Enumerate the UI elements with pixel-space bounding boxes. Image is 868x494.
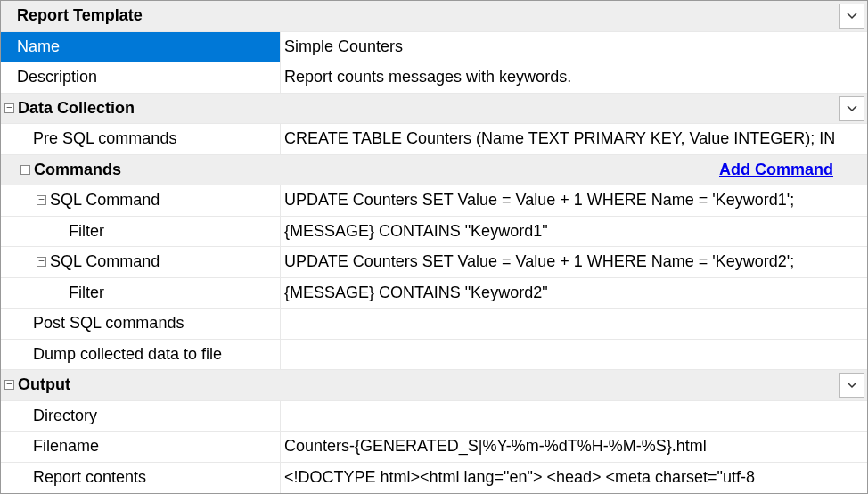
contents-value[interactable]: <!DOCTYPE html><html lang="en"> <head> <… xyxy=(284,468,755,487)
description-label: Description xyxy=(17,68,97,86)
row-filename[interactable]: Filename Counters-{GENERATED_S|%Y-%m-%dT… xyxy=(1,432,867,463)
section-data-collection[interactable]: Data Collection xyxy=(1,94,867,125)
filename-value[interactable]: Counters-{GENERATED_S|%Y-%m-%dT%H-%M-%S}… xyxy=(284,437,707,456)
chevron-down-icon xyxy=(847,382,857,389)
expander-icon[interactable] xyxy=(37,195,46,205)
pre-sql-value[interactable]: CREATE TABLE Counters (Name TEXT PRIMARY… xyxy=(284,129,835,148)
row-report-contents[interactable]: Report contents <!DOCTYPE html><html lan… xyxy=(1,463,867,494)
name-label: Name xyxy=(17,37,60,56)
sql-command-label: SQL Command xyxy=(50,252,160,271)
row-pre-sql[interactable]: Pre SQL commands CREATE TABLE Counters (… xyxy=(1,124,867,155)
chevron-down-icon xyxy=(847,105,857,112)
commands-heading: Commands xyxy=(34,161,121,179)
add-command-link[interactable]: Add Command xyxy=(719,161,864,179)
row-post-sql[interactable]: Post SQL commands xyxy=(1,309,867,340)
row-dump[interactable]: Dump collected data to file xyxy=(1,340,867,371)
subsection-commands[interactable]: Commands Add Command xyxy=(1,155,867,186)
row-directory[interactable]: Directory xyxy=(1,401,867,432)
expander-icon[interactable] xyxy=(4,380,14,390)
dropdown-button[interactable] xyxy=(839,4,864,29)
filter-label: Filter xyxy=(69,284,104,302)
property-grid: Report Template Name Simple Counters Des… xyxy=(1,1,867,493)
sql-command-value[interactable]: UPDATE Counters SET Value = Value + 1 WH… xyxy=(284,191,794,210)
filename-label: Filename xyxy=(33,437,99,456)
expander-icon[interactable] xyxy=(4,103,14,113)
section-report-template[interactable]: Report Template xyxy=(1,1,867,32)
section-heading: Data Collection xyxy=(18,99,135,118)
expander-icon[interactable] xyxy=(20,165,30,175)
row-filter[interactable]: Filter {MESSAGE} CONTAINS "Keyword1" xyxy=(1,217,867,248)
expander-icon[interactable] xyxy=(37,257,46,267)
filter-label: Filter xyxy=(69,222,104,241)
dump-label: Dump collected data to file xyxy=(33,345,222,364)
directory-label: Directory xyxy=(33,407,97,425)
row-description[interactable]: Description Report counts messages with … xyxy=(1,62,867,94)
chevron-down-icon xyxy=(847,12,857,20)
sql-command-label: SQL Command xyxy=(50,191,160,210)
post-sql-label: Post SQL commands xyxy=(33,314,184,333)
pre-sql-label: Pre SQL commands xyxy=(33,129,176,148)
section-heading: Output xyxy=(18,375,70,394)
dropdown-button[interactable] xyxy=(839,373,864,398)
row-sql-command[interactable]: SQL Command UPDATE Counters SET Value = … xyxy=(1,247,867,278)
filter-value[interactable]: {MESSAGE} CONTAINS "Keyword2" xyxy=(284,284,548,302)
section-heading: Report Template xyxy=(17,6,143,25)
sql-command-value[interactable]: UPDATE Counters SET Value = Value + 1 WH… xyxy=(284,252,794,271)
filter-value[interactable]: {MESSAGE} CONTAINS "Keyword1" xyxy=(284,222,548,241)
row-name[interactable]: Name Simple Counters xyxy=(1,32,867,63)
contents-label: Report contents xyxy=(33,468,146,487)
section-output[interactable]: Output xyxy=(1,370,867,401)
row-filter[interactable]: Filter {MESSAGE} CONTAINS "Keyword2" xyxy=(1,278,867,309)
name-value[interactable]: Simple Counters xyxy=(284,37,403,56)
description-value[interactable]: Report counts messages with keywords. xyxy=(284,68,571,86)
row-sql-command[interactable]: SQL Command UPDATE Counters SET Value = … xyxy=(1,185,867,217)
dropdown-button[interactable] xyxy=(839,96,864,121)
